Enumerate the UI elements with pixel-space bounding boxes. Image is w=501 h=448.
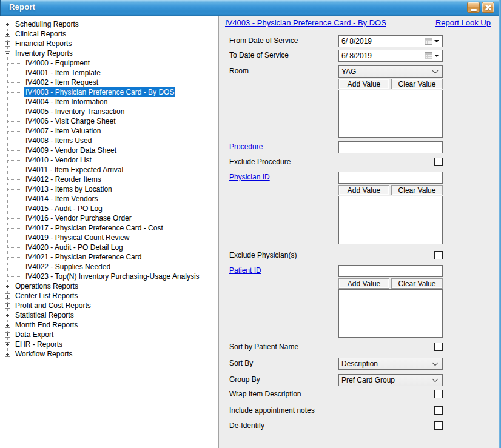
tree-item-label: IV4006 - Visit Charge Sheet [24,116,117,126]
tree-item[interactable]: IV4005 - Inventory Transaction [0,107,218,116]
from-date-label: From Date of Service [229,35,298,47]
patient-clear-value-button[interactable]: Clear Value [391,278,443,289]
tree-item[interactable]: IV4008 - Items Used [0,136,218,145]
dropdown-arrow-icon[interactable] [434,40,439,42]
expand-plus-icon[interactable] [5,313,10,318]
wrap-item-description-checkbox[interactable] [434,390,443,398]
tree-item[interactable]: IV4013 - Items by Location [0,184,218,194]
tree-item-label: IV4016 - Vendor Purchase Order [24,213,133,223]
expand-plus-icon[interactable] [5,303,10,309]
tree-item[interactable]: IV4000 - Equipment [0,58,218,68]
expand-plus-icon[interactable] [5,323,10,328]
tree-item-label: IV4011 - Item Expected Arrival [24,165,124,175]
expand-plus-icon[interactable] [5,41,10,47]
report-title-link[interactable]: IV4003 - Physician Preference Card - By … [225,18,386,27]
dropdown-arrow-icon[interactable] [434,55,439,57]
exclude-procedure-checkbox[interactable] [434,158,443,166]
room-dropdown[interactable]: YAG [338,65,443,78]
procedure-link[interactable]: Procedure [229,141,263,153]
tree-item[interactable]: Scheduling Reports [0,19,218,29]
room-value: YAG [339,67,356,76]
tree-connector-line [8,276,22,277]
procedure-input[interactable] [338,141,443,153]
tree-item[interactable]: IV4015 - Audit - PO Log [0,204,218,213]
report-window: Report Scheduling ReportsClinical Report… [0,0,501,448]
patient-selected-listbox[interactable] [338,289,443,338]
exclude-physician-checkbox[interactable] [434,251,443,259]
from-date-value: 6/ 8/2019 [339,37,425,45]
expand-plus-icon[interactable] [5,342,10,347]
sort-by-dropdown[interactable]: Description [338,358,443,370]
tree-item[interactable]: Data Export [0,330,218,339]
patient-id-link[interactable]: Patient ID [229,265,261,276]
sort-by-patient-name-label: Sort by Patient Name [229,343,298,351]
physician-selected-listbox[interactable] [338,196,443,244]
tree-item[interactable]: Month End Reports [0,320,218,330]
physician-clear-value-button[interactable]: Clear Value [391,185,443,195]
patient-add-value-button[interactable]: Add Value [338,278,389,289]
tree-item-label: IV4001 - Item Template [24,68,102,78]
tree-item[interactable]: Operations Reports [0,281,218,291]
expand-plus-icon[interactable] [5,352,10,357]
tree-item-label: EHR - Reports [14,339,64,349]
tree-item[interactable]: IV4003 - Physician Preference Card - By … [0,87,218,97]
tree-connector-line [8,141,22,141]
tree-item[interactable]: IV4012 - Reorder Items [0,175,218,184]
tree-item[interactable]: Statistical Reports [0,310,218,320]
tree-item-label: IV4008 - Items Used [24,136,93,145]
tree-item[interactable]: Center List Reports [0,291,218,301]
de-identify-checkbox[interactable] [434,421,443,430]
tree-item[interactable]: Clinical Reports [0,29,218,39]
title-bar: Report [0,0,501,16]
room-label: Room [229,65,249,77]
tree-item[interactable]: Financial Reports [0,39,218,48]
close-button[interactable] [482,2,494,13]
patient-id-input[interactable] [338,265,443,277]
expand-plus-icon[interactable] [5,32,10,37]
tree-item[interactable]: IV4009 - Vendor Data Sheet [0,145,218,155]
tree-item[interactable]: IV4002 - Item Request [0,78,218,87]
tree-item[interactable]: IV4007 - Item Valuation [0,126,218,136]
tree-item[interactable]: IV4021 - Physician Preference Card [0,252,218,262]
tree-item[interactable]: IV4004 - Item Information [0,97,218,107]
tree-item[interactable]: IV4006 - Visit Charge Sheet [0,116,218,126]
tree-item[interactable]: IV4010 - Vendor List [0,155,218,165]
tree-item[interactable]: IV4014 - Item Vendors [0,194,218,204]
window-title: Report [9,2,35,12]
collapse-minus-icon[interactable] [5,51,10,56]
tree-item[interactable]: IV4016 - Vendor Purchase Order [0,213,218,223]
room-add-value-button[interactable]: Add Value [338,79,389,89]
tree-item[interactable]: IV4020 - Audit - PO Detail Log [0,242,218,252]
physician-id-input[interactable] [338,172,443,184]
from-date-picker[interactable]: 6/ 8/2019 [338,35,443,47]
tree-item[interactable]: Inventory Reports [0,48,218,58]
room-selected-listbox[interactable] [338,90,443,138]
expand-plus-icon[interactable] [5,293,10,299]
tree-item[interactable]: IV4022 - Supplies Needed [0,262,218,272]
tree-item-label: IV4004 - Item Information [24,97,109,107]
tree-item-label: IV4015 - Audit - PO Log [24,204,104,213]
physician-add-value-button[interactable]: Add Value [338,185,389,195]
tree-item[interactable]: IV4011 - Item Expected Arrival [0,165,218,175]
tree-connector-line [8,170,22,170]
group-by-dropdown[interactable]: Pref Card Group [338,374,443,386]
physician-id-link[interactable]: Physician ID [229,172,270,183]
tree-item[interactable]: Workflow Reports [0,349,218,359]
expand-plus-icon[interactable] [5,22,10,27]
expand-plus-icon[interactable] [5,332,10,338]
include-appointment-notes-checkbox[interactable] [434,406,443,415]
minimize-button[interactable] [467,2,480,13]
expand-plus-icon[interactable] [5,284,10,289]
tree-item-label: IV4003 - Physician Preference Card - By … [24,87,175,97]
to-date-picker[interactable]: 6/ 8/2019 [338,50,443,62]
tree-item[interactable]: Profit and Cost Reports [0,301,218,310]
room-clear-value-button[interactable]: Clear Value [391,79,443,89]
tree-item[interactable]: IV4001 - Item Template [0,68,218,78]
chevron-down-icon [432,376,439,382]
tree-item[interactable]: IV4019 - Physical Count Review [0,233,218,242]
tree-item[interactable]: EHR - Reports [0,339,218,349]
tree-item[interactable]: IV4023 - Top(N) Inventory Purchasing-Usa… [0,272,218,281]
tree-item[interactable]: IV4017 - Physician Preference Card - Cos… [0,223,218,233]
sort-by-patient-name-checkbox[interactable] [434,343,443,351]
report-lookup-link[interactable]: Report Look Up [435,18,491,27]
